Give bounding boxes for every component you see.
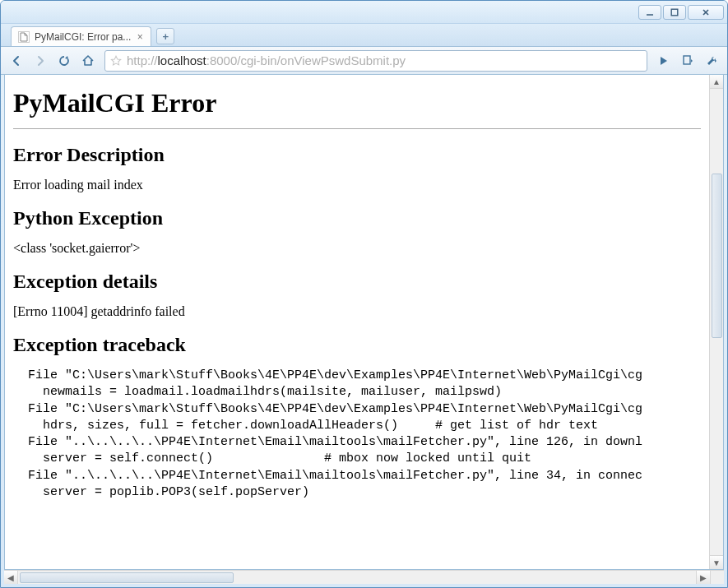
maximize-button[interactable] bbox=[663, 5, 686, 20]
vertical-scroll-thumb[interactable] bbox=[712, 174, 722, 338]
window-titlebar bbox=[1, 1, 727, 24]
heading-python-exception: Python Exception bbox=[13, 207, 701, 229]
bookmark-star-icon[interactable] bbox=[109, 53, 123, 68]
scroll-left-button[interactable]: ◀ bbox=[4, 571, 18, 584]
scroll-right-button[interactable]: ▶ bbox=[696, 571, 710, 584]
browser-toolbar: http://localhost:8000/cgi-bin/onViewPswd… bbox=[1, 47, 727, 75]
scrollbar-corner bbox=[710, 571, 724, 584]
svg-rect-4 bbox=[684, 56, 690, 64]
tab-close-button[interactable]: × bbox=[134, 31, 146, 43]
browser-tab[interactable]: PyMailCGI: Error pa... × bbox=[11, 26, 151, 46]
horizontal-scroll-thumb[interactable] bbox=[20, 572, 234, 583]
text-error-description: Error loading mail index bbox=[13, 178, 701, 192]
scroll-up-button[interactable]: ▲ bbox=[710, 75, 723, 89]
wrench-menu-button[interactable] bbox=[701, 50, 722, 72]
heading-exception-traceback: Exception traceback bbox=[13, 334, 701, 356]
back-button[interactable] bbox=[6, 50, 27, 72]
scroll-down-button[interactable]: ▼ bbox=[710, 555, 723, 569]
page-title: PyMailCGI Error bbox=[13, 88, 701, 118]
minimize-button[interactable] bbox=[638, 5, 661, 20]
browser-window: PyMailCGI: Error pa... × + http://localh… bbox=[0, 0, 728, 588]
reload-button[interactable] bbox=[53, 50, 75, 72]
forward-button[interactable] bbox=[30, 50, 51, 72]
home-button[interactable] bbox=[77, 50, 99, 72]
divider bbox=[13, 128, 701, 129]
url-display[interactable]: http://localhost:8000/cgi-bin/onViewPswd… bbox=[127, 53, 643, 67]
text-exception-details: [Errno 11004] getaddrinfo failed bbox=[13, 304, 701, 319]
page-favicon-icon bbox=[18, 31, 30, 43]
new-tab-button[interactable]: + bbox=[156, 28, 174, 44]
close-button[interactable] bbox=[688, 5, 724, 20]
heading-error-description: Error Description bbox=[13, 144, 701, 166]
url-path: /cgi-bin/onViewPswdSubmit.py bbox=[237, 53, 406, 67]
tab-title: PyMailCGI: Error pa... bbox=[35, 31, 131, 43]
page-menu-button[interactable] bbox=[677, 50, 698, 72]
svg-rect-1 bbox=[671, 9, 678, 16]
go-button[interactable] bbox=[653, 50, 675, 72]
heading-exception-details: Exception details bbox=[13, 271, 701, 293]
horizontal-scrollbar[interactable]: ◀ ▶ bbox=[4, 570, 724, 584]
page-viewport: PyMailCGI Error Error Description Error … bbox=[4, 75, 724, 570]
url-protocol: http:// bbox=[127, 53, 158, 67]
url-host: localhost bbox=[158, 53, 206, 67]
address-bar[interactable]: http://localhost:8000/cgi-bin/onViewPswd… bbox=[104, 50, 647, 72]
text-python-exception: <class 'socket.gaierror'> bbox=[13, 241, 701, 256]
traceback-text: File "C:\Users\mark\Stuff\Books\4E\PP4E\… bbox=[13, 368, 701, 501]
tab-strip: PyMailCGI: Error pa... × + bbox=[1, 24, 727, 47]
page-content: PyMailCGI Error Error Description Error … bbox=[5, 75, 709, 569]
vertical-scrollbar[interactable]: ▲ ▼ bbox=[709, 75, 723, 569]
url-port: :8000 bbox=[206, 53, 238, 67]
